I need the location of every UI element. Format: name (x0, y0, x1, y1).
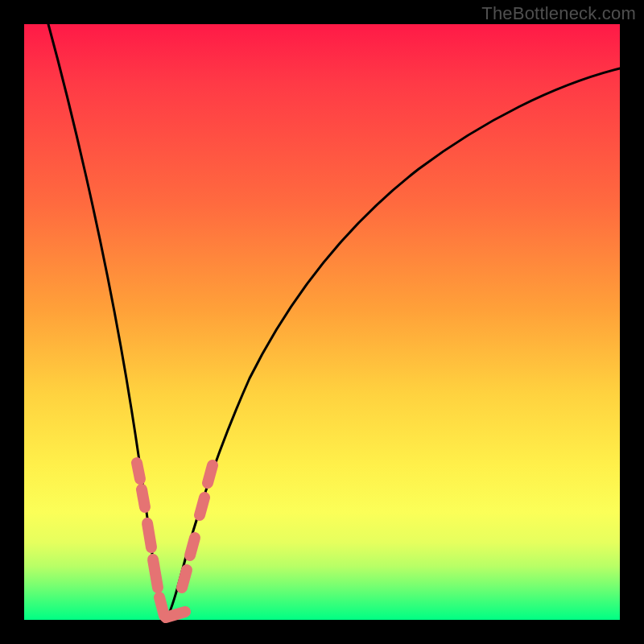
plot-area (24, 24, 620, 620)
marker-dot (153, 559, 158, 588)
marker-dot (137, 463, 140, 479)
marker-dot (147, 523, 151, 547)
marker-dot (190, 538, 195, 555)
watermark-label: TheBottleneck.com (481, 3, 636, 24)
marker-dot (182, 570, 187, 588)
chart-frame: TheBottleneck.com (0, 0, 644, 644)
marker-dot (142, 489, 145, 507)
marker-dot (200, 497, 204, 515)
marker-dot (166, 612, 185, 617)
marker-dot (208, 465, 213, 483)
bottleneck-curve (48, 24, 620, 618)
curve-layer (24, 24, 620, 620)
